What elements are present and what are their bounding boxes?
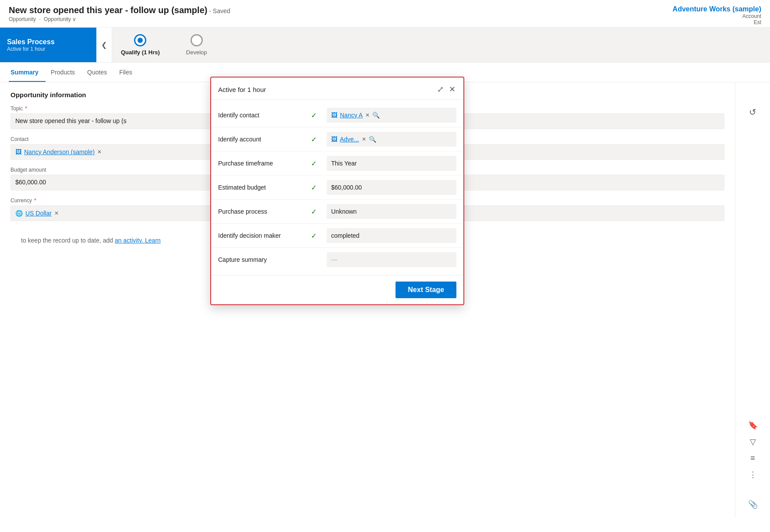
identify-account-remove[interactable]: ✕ (362, 136, 366, 142)
identify-contact-label: Identify contact (218, 112, 306, 119)
estimated-budget-label: Estimated budget (218, 184, 306, 191)
identify-account-label: Identify account (218, 136, 306, 143)
identify-contact-check: ✓ (311, 111, 321, 120)
stage-circle-qualify (134, 34, 146, 46)
identify-contact-value: 🖼 Nancy A ✕ 🔍 (327, 108, 456, 123)
popup-row-decision-maker: Identify decision maker ✓ completed (211, 224, 463, 248)
contact-icon-popup: 🖼 (331, 112, 337, 119)
header-title: New store opened this year - follow up (… (9, 5, 230, 15)
list-icon[interactable]: ≡ (750, 454, 755, 463)
sales-process-button[interactable]: Sales Process Active for 1 hour (0, 28, 96, 62)
tab-files[interactable]: Files (117, 63, 139, 82)
purchase-timeframe-label: Purchase timeframe (218, 160, 306, 167)
sales-process-subtitle: Active for 1 hour (7, 46, 89, 52)
identify-account-search[interactable]: 🔍 (369, 136, 376, 143)
expand-icon: ⤢ (437, 85, 444, 94)
breadcrumb-type1[interactable]: Opportunity (9, 16, 36, 22)
decision-maker-check: ✓ (311, 232, 321, 240)
identify-contact-remove[interactable]: ✕ (365, 112, 370, 118)
activity-message: to keep the record up to date, add (21, 237, 113, 244)
tab-summary[interactable]: Summary (9, 63, 46, 82)
popup-body: Identify contact ✓ 🖼 Nancy A ✕ 🔍 Identif… (211, 100, 463, 275)
stage-develop[interactable]: Develop (186, 34, 207, 56)
stage-label-develop: Develop (186, 49, 207, 56)
popup-expand-button[interactable]: ⤢ (436, 84, 445, 95)
popup-row-purchase-timeframe: Purchase timeframe ✓ This Year (211, 151, 463, 176)
account-name[interactable]: Adventure Works (sample) (673, 5, 761, 13)
right-panel: ↺ 🔖 ▽ ≡ ⋮ 📎 (735, 82, 770, 518)
more-icon[interactable]: ⋮ (749, 470, 757, 479)
purchase-process-label: Purchase process (218, 208, 306, 215)
process-bar: Sales Process Active for 1 hour ❮ Qualif… (0, 28, 770, 63)
stage-circle-develop (191, 34, 203, 46)
popup-row-purchase-process: Purchase process ✓ Unknown (211, 200, 463, 224)
header-right: Adventure Works (sample) Account Est (673, 5, 761, 25)
popup-footer: Next Stage (211, 275, 463, 304)
popup-row-identify-contact: Identify contact ✓ 🖼 Nancy A ✕ 🔍 (211, 103, 463, 127)
identify-contact-link[interactable]: Nancy A (340, 112, 363, 119)
popup-row-identify-account: Identify account ✓ 🖼 Adve... ✕ 🔍 (211, 127, 463, 151)
account-label: Account (673, 13, 761, 19)
contact-icon: 🖼 (15, 148, 21, 155)
contact-link[interactable]: Nancy Anderson (sample) (24, 148, 95, 155)
identify-account-value: 🖼 Adve... ✕ 🔍 (327, 132, 456, 147)
breadcrumb-dropdown[interactable]: ∨ (72, 16, 76, 22)
purchase-process-check: ✓ (311, 208, 321, 216)
popup-close-button[interactable]: ✕ (448, 84, 456, 95)
decision-maker-label: Identify decision maker (218, 232, 306, 239)
popup-panel: Active for 1 hour ⤢ ✕ Identify contact ✓… (210, 77, 464, 305)
sales-process-title: Sales Process (7, 38, 89, 46)
currency-icon: 🌐 (15, 210, 23, 217)
currency-required-star: * (34, 197, 36, 204)
purchase-process-value[interactable]: Unknown (327, 204, 456, 219)
collapse-icon: ❮ (101, 41, 107, 49)
identify-account-link[interactable]: Adve... (340, 136, 359, 143)
next-stage-button[interactable]: Next Stage (396, 282, 456, 298)
popup-header-actions: ⤢ ✕ (436, 84, 456, 95)
account-icon-popup: 🖼 (331, 136, 337, 143)
identify-contact-search[interactable]: 🔍 (372, 112, 380, 119)
tab-products[interactable]: Products (49, 63, 82, 82)
account-est: Est (673, 19, 761, 25)
purchase-timeframe-value[interactable]: This Year (327, 156, 456, 171)
page-title: New store opened this year - follow up (… (9, 5, 207, 15)
process-stages: Qualify (1 Hrs) Develop (112, 34, 770, 56)
capture-summary-value[interactable]: --- (327, 252, 456, 267)
saved-status: - Saved (209, 7, 230, 14)
estimated-budget-check: ✓ (311, 183, 321, 192)
popup-header: Active for 1 hour ⤢ ✕ (211, 78, 463, 100)
header-left: New store opened this year - follow up (… (9, 5, 230, 22)
filter-icon[interactable]: ▽ (750, 437, 756, 447)
purchase-timeframe-check: ✓ (311, 159, 321, 168)
refresh-icon[interactable]: ↺ (749, 107, 756, 117)
popup-title: Active for 1 hour (218, 86, 266, 93)
contact-remove-button[interactable]: ✕ (97, 149, 102, 155)
capture-summary-label: Capture summary (218, 256, 306, 263)
paperclip-icon[interactable]: 📎 (748, 500, 758, 509)
breadcrumb-sep: · (39, 16, 40, 22)
bookmark-icon[interactable]: 🔖 (748, 420, 758, 430)
stage-qualify[interactable]: Qualify (1 Hrs) (121, 34, 160, 56)
activity-link[interactable]: an activity. Learn (115, 237, 161, 244)
required-star: * (25, 106, 27, 112)
stage-label-qualify: Qualify (1 Hrs) (121, 49, 160, 56)
identify-account-check: ✓ (311, 135, 321, 144)
header: New store opened this year - follow up (… (0, 0, 770, 28)
tab-quotes[interactable]: Quotes (85, 63, 114, 82)
breadcrumb: Opportunity · Opportunity ∨ (9, 16, 230, 22)
currency-remove-button[interactable]: ✕ (54, 210, 59, 216)
breadcrumb-type2[interactable]: Opportunity (44, 16, 71, 22)
popup-row-estimated-budget: Estimated budget ✓ $60,000.00 (211, 176, 463, 200)
close-icon: ✕ (449, 85, 456, 94)
popup-row-capture-summary: Capture summary ✓ --- (211, 248, 463, 271)
estimated-budget-value[interactable]: $60,000.00 (327, 180, 456, 195)
currency-link[interactable]: US Dollar (25, 210, 52, 217)
process-collapse-button[interactable]: ❮ (96, 28, 112, 62)
decision-maker-value[interactable]: completed (327, 228, 456, 243)
